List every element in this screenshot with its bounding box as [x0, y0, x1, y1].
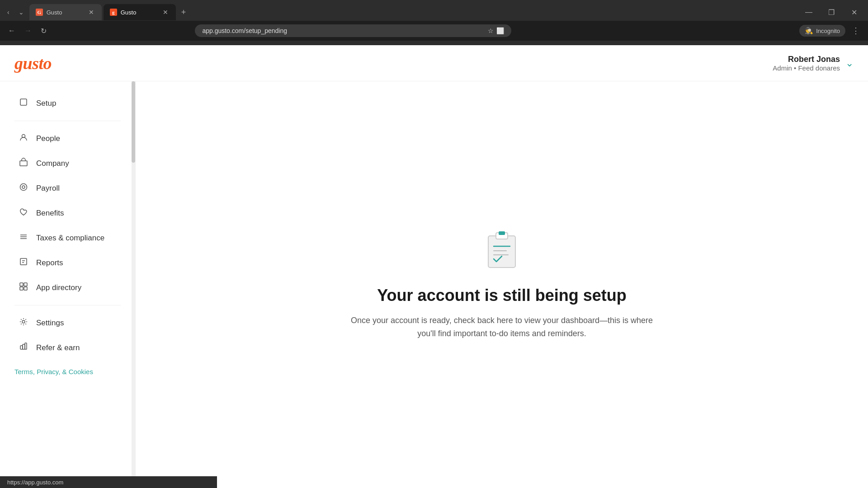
tab-1-favicon: G — [36, 9, 43, 16]
reports-icon — [18, 257, 29, 268]
browser-tab-1[interactable]: G Gusto ✕ — [29, 4, 102, 20]
app-header: gusto Robert Jonas Admin • Feed donares … — [0, 45, 868, 81]
tab-nav-back[interactable]: ‹ — [4, 7, 13, 18]
status-bar: https://app.gusto.com — [0, 476, 217, 488]
svg-rect-11 — [20, 283, 23, 286]
sidebar-item-payroll-label: Payroll — [36, 184, 60, 193]
sidebar-item-taxes[interactable]: Taxes & compliance — [4, 226, 132, 250]
sidebar-item-company-label: Company — [36, 159, 69, 168]
sidebar-item-people[interactable]: People — [4, 127, 132, 150]
sidebar: Setup People — [0, 81, 136, 488]
status-url: https://app.gusto.com — [7, 479, 63, 486]
sidebar-item-reports[interactable]: Reports — [4, 251, 132, 275]
sidebar-item-refer[interactable]: Refer & earn — [4, 336, 132, 360]
sidebar-item-settings-label: Settings — [36, 319, 64, 328]
tab-1-label: Gusto — [47, 9, 62, 16]
taxes-icon — [18, 232, 29, 244]
incognito-label: Incognito — [816, 28, 840, 34]
sidebar-item-benefits[interactable]: Benefits — [4, 201, 132, 225]
company-icon — [18, 158, 29, 169]
svg-point-15 — [22, 320, 25, 323]
sidebar-divider-2 — [14, 305, 121, 305]
sidebar-panel-icon[interactable]: ⬜ — [496, 27, 504, 34]
user-name: Robert Jonas — [773, 55, 840, 64]
svg-rect-2 — [20, 161, 27, 166]
setup-icon — [18, 98, 29, 109]
address-bar[interactable]: app.gusto.com/setup_pending ☆ ⬜ — [195, 24, 511, 37]
sidebar-item-payroll[interactable]: Payroll — [4, 176, 132, 200]
footer-sep-1: , — [33, 368, 37, 375]
new-tab-button[interactable]: + — [178, 6, 190, 19]
settings-icon — [18, 317, 29, 328]
setup-title: Your account is still being setup — [377, 286, 626, 305]
svg-rect-18 — [25, 343, 27, 349]
user-info: Robert Jonas Admin • Feed donares — [773, 55, 840, 72]
svg-point-3 — [20, 184, 27, 191]
sidebar-item-settings[interactable]: Settings — [4, 311, 132, 335]
footer-sep-2: , & — [58, 368, 69, 375]
user-menu-chevron[interactable]: ⌄ — [845, 57, 854, 69]
incognito-icon: 🕵 — [805, 27, 813, 35]
sidebar-item-reports-label: Reports — [36, 258, 63, 267]
setup-description: Once your account is ready, check back h… — [348, 314, 656, 340]
benefits-icon — [18, 207, 29, 219]
app-directory-icon — [18, 282, 29, 293]
main-content: Your account is still being setup Once y… — [136, 81, 868, 488]
svg-rect-14 — [24, 287, 27, 290]
sidebar-item-app-directory-label: App directory — [36, 283, 81, 292]
incognito-badge: 🕵 Incognito — [799, 25, 845, 37]
svg-rect-21 — [499, 231, 505, 235]
tab-1-close[interactable]: ✕ — [87, 8, 95, 16]
sidebar-footer: Terms, Privacy, & Cookies — [0, 361, 135, 383]
user-role: Admin • Feed donares — [773, 64, 840, 72]
cookies-link[interactable]: Cookies — [69, 368, 93, 375]
browser-back-button[interactable]: ← — [5, 25, 18, 37]
sidebar-divider-1 — [14, 121, 121, 121]
user-menu[interactable]: Robert Jonas Admin • Feed donares ⌄ — [773, 55, 854, 72]
privacy-link[interactable]: Privacy — [37, 368, 58, 375]
window-close-button[interactable]: ✕ — [844, 4, 864, 20]
svg-point-4 — [22, 186, 25, 188]
sidebar-item-setup-label: Setup — [36, 99, 56, 108]
browser-refresh-button[interactable]: ↻ — [38, 25, 49, 37]
tab-nav-chevron[interactable]: ⌄ — [15, 7, 28, 18]
gusto-logo: gusto — [14, 53, 52, 73]
svg-rect-19 — [488, 236, 515, 267]
svg-rect-8 — [20, 258, 27, 265]
tab-2-close[interactable]: ✕ — [161, 8, 170, 16]
sidebar-scrollbar-thumb — [132, 81, 135, 163]
sidebar-item-people-label: People — [36, 134, 60, 143]
sidebar-item-company[interactable]: Company — [4, 151, 132, 175]
bookmark-icon[interactable]: ☆ — [488, 27, 494, 34]
sidebar-item-refer-label: Refer & earn — [36, 343, 80, 352]
sidebar-item-benefits-label: Benefits — [36, 209, 64, 218]
sidebar-item-taxes-label: Taxes & compliance — [36, 234, 104, 243]
svg-rect-13 — [20, 287, 23, 290]
window-maximize-button[interactable]: ❐ — [821, 4, 842, 20]
sidebar-item-app-directory[interactable]: App directory — [4, 276, 132, 300]
svg-rect-12 — [24, 283, 27, 286]
setup-pending-icon — [484, 229, 520, 272]
payroll-icon — [18, 183, 29, 194]
browser-menu-button[interactable]: ⋮ — [849, 24, 863, 38]
sidebar-scrollbar[interactable] — [132, 81, 135, 488]
tab-2-favicon: g — [110, 9, 117, 16]
sidebar-item-setup[interactable]: Setup — [4, 91, 132, 115]
tab-2-label: Gusto — [121, 9, 137, 16]
window-minimize-button[interactable]: — — [798, 4, 819, 20]
terms-link[interactable]: Terms — [14, 368, 33, 375]
browser-forward-button[interactable]: → — [22, 25, 34, 37]
address-bar-text: app.gusto.com/setup_pending — [202, 27, 287, 34]
people-icon — [18, 133, 29, 144]
svg-rect-0 — [20, 99, 27, 105]
refer-icon — [18, 342, 29, 353]
browser-tab-2[interactable]: g Gusto ✕ — [104, 4, 176, 20]
